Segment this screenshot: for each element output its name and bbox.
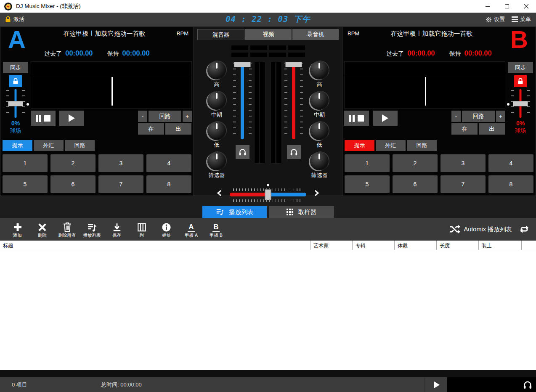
save-button[interactable]: 保存: [104, 220, 129, 238]
deck-a-waveform[interactable]: [31, 61, 192, 109]
close-button[interactable]: [517, 0, 536, 13]
deck-b-filter-knob[interactable]: [310, 152, 329, 170]
column-header-genre[interactable]: 体裁: [395, 241, 437, 250]
deck-a-pad-8[interactable]: 8: [146, 175, 191, 193]
column-header-length[interactable]: 长度: [437, 241, 479, 250]
deck-a-play-button[interactable]: [59, 111, 84, 126]
maximize-button[interactable]: [497, 0, 517, 13]
deck-b-pad-3[interactable]: 3: [440, 154, 486, 172]
column-header-loaded[interactable]: 装上: [479, 241, 522, 250]
delete-all-button[interactable]: 删除所有: [55, 220, 80, 238]
deck-b-waveform[interactable]: [344, 61, 505, 109]
deck-b-loop-out-button[interactable]: 出: [479, 123, 505, 135]
deck-a-pad-2[interactable]: 2: [50, 154, 96, 172]
tab-playlist[interactable]: 播放列表: [202, 206, 267, 218]
deck-a-loop-in-button[interactable]: 在: [138, 123, 164, 135]
deck-a-loop-plus-button[interactable]: +: [183, 111, 192, 122]
deck-a-volume-slider[interactable]: [231, 61, 254, 139]
deck-b-pad-5[interactable]: 5: [345, 175, 390, 193]
deck-a-pad-7[interactable]: 7: [98, 175, 143, 193]
deck-b-tab-cue[interactable]: 提示: [345, 140, 374, 151]
deck-b-pitch-slider[interactable]: [507, 88, 533, 119]
column-header-title[interactable]: 标题: [0, 241, 310, 250]
deck-a-tab-loop[interactable]: 回路: [65, 140, 95, 151]
repeat-button[interactable]: [519, 225, 529, 234]
deck-a-pad-6[interactable]: 6: [50, 175, 96, 193]
deck-b-pitch-handle[interactable]: [513, 101, 528, 106]
tab-playlist-label: 播放列表: [229, 208, 254, 216]
deck-a-headphone-cue-button[interactable]: [236, 145, 249, 159]
deck-b-loop-minus-button[interactable]: -: [451, 111, 461, 122]
minimize-button[interactable]: [478, 0, 497, 13]
deck-b-eq-mid-knob[interactable]: [310, 91, 329, 110]
deck-b-loop-button[interactable]: 回路: [462, 111, 495, 122]
deck-a-pitch-slider[interactable]: [3, 88, 29, 119]
settings-button[interactable]: 设置: [486, 16, 505, 23]
deck-b-pad-8[interactable]: 8: [488, 175, 533, 193]
column-header-artist[interactable]: 艺术家: [310, 241, 353, 250]
add-button[interactable]: 添加: [5, 220, 30, 238]
tab-recorder[interactable]: 录音机: [292, 29, 339, 40]
playlist-button[interactable]: 播放列表: [80, 220, 104, 238]
load-deck-b-button[interactable]: B 甲板 B: [204, 220, 228, 238]
deck-b-headphone-cue-button[interactable]: [287, 145, 301, 159]
preview-player-area[interactable]: [447, 377, 536, 392]
deck-b-loop-plus-button[interactable]: +: [496, 111, 505, 122]
activate-button[interactable]: 激活: [5, 16, 24, 23]
deck-b-loop-in-button[interactable]: 在: [451, 123, 478, 135]
deck-b-volume-column: [282, 61, 305, 182]
deck-b-eq-low-knob[interactable]: [310, 122, 329, 140]
crossfader-handle[interactable]: [265, 189, 271, 200]
deck-a-loop-button[interactable]: 回路: [149, 111, 181, 122]
delete-button[interactable]: 删除: [30, 220, 55, 238]
column-header-album[interactable]: 专辑: [353, 241, 395, 250]
deck-b-eq-high-knob[interactable]: [310, 61, 329, 79]
deck-a-loop-out-button[interactable]: 出: [165, 123, 191, 135]
deck-a-loop-minus-button[interactable]: -: [138, 111, 147, 122]
play-icon: [434, 381, 440, 388]
tab-mixer[interactable]: 混音器: [197, 29, 244, 40]
tab-video[interactable]: 视频: [245, 29, 292, 40]
deck-b-tab-loop[interactable]: 回路: [407, 140, 437, 151]
deck-a-eq-low-knob[interactable]: [207, 122, 226, 140]
deck-a-tab-fx[interactable]: 外汇: [34, 140, 64, 151]
deck-b-pause-stop-button[interactable]: [344, 111, 369, 126]
deck-a-pitch-column: 同步 0% 球场: [0, 61, 31, 136]
deck-a-pad-1[interactable]: 1: [3, 154, 48, 172]
deck-b-pitch-lock-button[interactable]: [514, 75, 527, 87]
automix-button[interactable]: Automix 播放列表: [449, 225, 512, 233]
deck-b-pad-2[interactable]: 2: [393, 154, 438, 172]
deck-b-volume-handle[interactable]: [285, 62, 302, 67]
deck-a-pad-4[interactable]: 4: [146, 154, 191, 172]
load-deck-a-button[interactable]: A 甲板 A: [179, 220, 204, 238]
crossfader[interactable]: [230, 184, 306, 202]
deck-b-pad-4[interactable]: 4: [488, 154, 533, 172]
tab-sampler[interactable]: 取样器: [269, 206, 334, 218]
deck-a-pad-5[interactable]: 5: [3, 175, 48, 193]
deck-b-pad-7[interactable]: 7: [440, 175, 486, 193]
deck-a-elapsed-time: 00:00.00: [65, 49, 93, 57]
clock-period: 下午: [294, 14, 310, 24]
deck-a-pause-stop-button[interactable]: [31, 111, 56, 126]
columns-button[interactable]: 列: [129, 220, 154, 238]
deck-a-pad-3[interactable]: 3: [98, 154, 143, 172]
menu-button[interactable]: 菜单: [512, 16, 531, 23]
deck-b-pad-6[interactable]: 6: [393, 175, 438, 193]
deck-b-volume-slider[interactable]: [282, 61, 305, 139]
deck-a-eq-high-knob[interactable]: [207, 61, 226, 79]
playlist-table-body[interactable]: [0, 250, 536, 370]
deck-a-volume-handle[interactable]: [234, 62, 251, 67]
deck-b-play-button[interactable]: [373, 111, 398, 126]
deck-a-pitch-lock-button[interactable]: [9, 75, 22, 87]
deck-a-tab-cue[interactable]: 提示: [3, 140, 32, 151]
deck-b-tab-fx[interactable]: 外汇: [376, 140, 406, 151]
repeat-icon: [519, 225, 529, 234]
deck-a-sync-button[interactable]: 同步: [3, 62, 28, 73]
deck-a-pitch-handle[interactable]: [8, 101, 23, 106]
tag-button[interactable]: 标签: [154, 220, 179, 238]
deck-b-sync-button[interactable]: 同步: [508, 62, 533, 73]
deck-a-eq-mid-knob[interactable]: [207, 91, 226, 110]
preview-play-button[interactable]: [428, 377, 445, 392]
deck-a-filter-knob[interactable]: [207, 152, 226, 170]
deck-b-pad-1[interactable]: 1: [345, 154, 390, 172]
